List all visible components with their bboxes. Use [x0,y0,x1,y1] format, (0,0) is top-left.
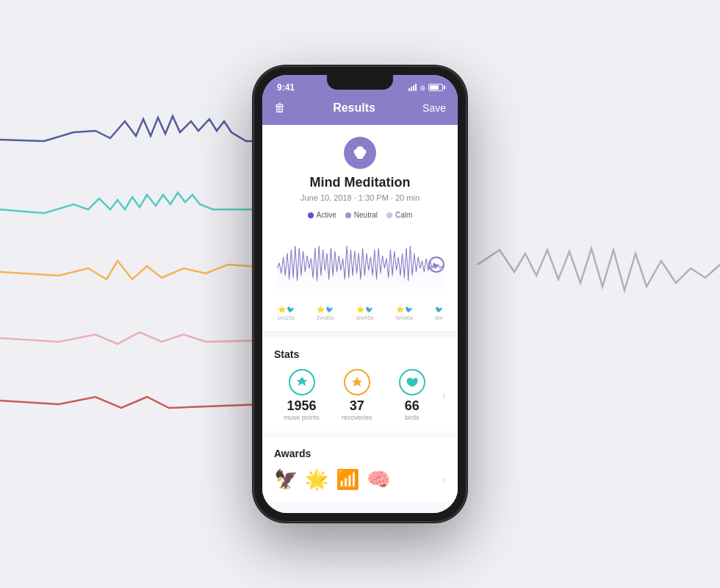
birds-value: 66 [384,398,439,414]
stats-title: Stats [274,348,446,360]
timeline-marker-4: ⭐ 🐦 5m00s [395,306,413,321]
phone-frame: 9:41 ⊛ 🗑 Results [253,66,467,522]
battery-icon [428,84,443,91]
stats-row[interactable]: 1956 muse points 37 recoveries [274,369,446,421]
stat-recoveries: 37 recoveries [329,369,384,421]
main-content: Mind Meditation June 10, 2018 · 1:30 PM … [262,125,458,513]
status-icons: ⊛ [408,84,443,92]
status-time: 9:41 [277,82,295,93]
muse-points-icon [289,369,315,395]
session-title: Mind Meditation [274,175,446,190]
birds-icon [399,369,425,395]
save-button[interactable]: Save [422,102,446,114]
stats-chevron-icon: › [439,390,446,401]
award-signal-icon: 📶 [336,468,359,491]
timeline-marker-1: ⭐ 🐦 1m15s [277,306,295,321]
legend-neutral: Neutral [345,211,378,219]
awards-row[interactable]: 🦅 🌟 📶 🧠 › [274,468,446,491]
chart-legend: Active Neutral Calm [274,211,446,219]
legend-active: Active [308,211,336,219]
timeline-marker-5: 🐦 6m [435,306,443,321]
legend-calm: Calm [386,211,412,219]
timeline-marker-3: ⭐ 🐦 3m45s [356,306,373,321]
birds-label: birds [384,414,439,421]
chart-next-button[interactable]: ▶ [428,257,444,273]
awards-section: Awards 🦅 🌟 📶 🧠 › [262,437,458,501]
brain-icon [344,137,376,169]
phone-mockup: 9:41 ⊛ 🗑 Results [253,66,467,522]
muse-points-value: 1956 [274,398,329,414]
trash-button[interactable]: 🗑 [274,101,286,115]
stats-section: Stats 1956 muse points [262,338,458,431]
recoveries-icon [344,369,370,395]
timeline-marker-2: ⭐ 🐦 2m30s [317,306,334,321]
recoveries-value: 37 [329,398,384,414]
app-header: 🗑 Results Save [262,97,458,125]
status-bar: 9:41 ⊛ [262,75,458,97]
recoveries-label: recoveries [329,414,384,421]
brain-wave-chart: ▶ [274,228,446,301]
award-brain-icon: 🧠 [367,468,390,491]
award-sun-icon: 🌟 [305,468,328,491]
header-title: Results [333,101,375,115]
muse-points-label: muse points [274,414,329,421]
stat-muse-points: 1956 muse points [274,369,329,421]
stat-birds: 66 birds [384,369,439,421]
chart-timeline: ⭐ 🐦 1m15s ⭐ 🐦 2m30s [274,304,446,323]
wifi-icon: ⊛ [420,84,425,92]
signal-icon [408,84,417,91]
awards-title: Awards [274,448,446,459]
phone-screen: 9:41 ⊛ 🗑 Results [262,75,458,513]
session-date: June 10, 2018 · 1:30 PM · 20 min [274,193,446,202]
award-bird-icon: 🦅 [274,468,298,491]
awards-chevron-icon: › [442,474,446,486]
hero-section: Mind Meditation June 10, 2018 · 1:30 PM … [262,125,458,332]
